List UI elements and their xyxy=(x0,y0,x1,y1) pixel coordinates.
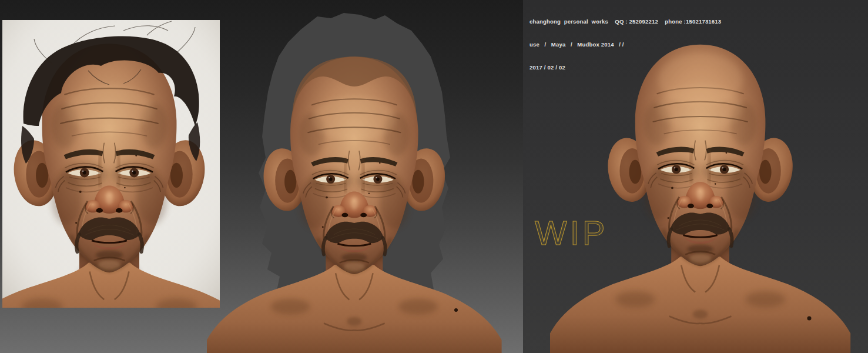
reference-photo-figure xyxy=(0,20,264,353)
credit-line-1: changhong personal works QQ : 252092212 … xyxy=(529,18,721,25)
credit-line-3: 2017 / 02 / 02 xyxy=(529,64,721,71)
credit-block: changhong personal works QQ : 252092212 … xyxy=(529,2,721,86)
sculpt-render-figure xyxy=(550,45,850,353)
wip-text: WIP xyxy=(535,214,608,252)
chest-mole xyxy=(807,317,812,321)
sculpt-illustration xyxy=(0,0,868,353)
artwork-canvas: changhong personal works QQ : 252092212 … xyxy=(0,0,868,353)
textured-render-figure xyxy=(207,13,502,353)
credit-line-2: use / Maya / Mudbox 2014 / / xyxy=(529,41,721,48)
chest-mole xyxy=(454,308,458,312)
wip-label: WIP xyxy=(534,213,634,255)
